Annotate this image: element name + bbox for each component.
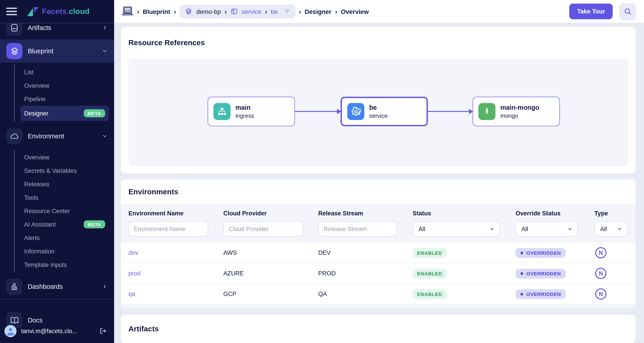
breadcrumb-resource-pill[interactable]: demo-bp › service › be [180,5,295,18]
node-title: main-mongo [500,104,539,111]
breadcrumb-separator: › [137,8,139,15]
page-content: Resource References [114,23,644,343]
status-badge: ENABLED [413,248,447,258]
brand-name: Facets.cloud [42,7,90,16]
svg-text:DEMO: DEMO [124,9,131,12]
sidebar-item-label: Blueprint [28,48,53,55]
sidebar-item-env-releases[interactable]: Releases [20,177,109,191]
release-stream-filter-input[interactable] [318,221,397,236]
sidebar-item-env-tools[interactable]: Tools [20,191,109,204]
brand-logo: Facets.cloud [27,7,98,16]
sidebar-item-env-alerts[interactable]: Alerts [20,231,109,244]
environment-cloud-icon [6,128,22,144]
sidebar-item-env-ai-assistant[interactable]: AI Assistant BETA [20,218,109,231]
sidebar-item-env-overview[interactable]: Overview [20,150,109,164]
node-be-service[interactable]: be service [340,97,428,126]
column-header-status: Status [413,210,516,217]
blueprint-submenu: List Overview Pipeline Designer BETA [14,65,114,122]
sidebar-item-blueprint-overview[interactable]: Overview [20,79,109,92]
app-screen: Facets.cloud Artifacts [0,0,644,343]
table-row[interactable]: qa GCP QA ENABLED OVERRIDDEN N [121,284,636,304]
release-stream-cell: PROD [318,270,413,277]
environment-name-filter-input[interactable] [128,221,208,236]
edge-be-to-mongo [428,111,472,112]
node-title: be [369,104,388,111]
environment-name-link[interactable]: qa [128,291,223,297]
breadcrumb-separator: › [224,8,227,15]
dropdown-triangle-icon[interactable] [284,9,290,14]
sidebar-item-env-template-inputs[interactable]: Template Inputs [20,258,109,271]
breadcrumb-overview[interactable]: Overview [341,8,369,15]
chevron-down-icon [567,226,573,232]
cloud-provider-filter-input[interactable] [223,221,303,236]
take-tour-button[interactable]: Take Tour [570,4,613,19]
blueprint-layers-icon [6,43,22,59]
chevron-down-icon [102,133,108,139]
resource-references-card: Resource References [121,27,636,173]
logout-icon[interactable] [99,327,107,335]
search-button[interactable] [619,3,636,20]
chevron-left-icon [102,25,108,31]
sidebar-item-env-information[interactable]: Information [20,244,109,258]
environments-title: Environments [121,188,636,196]
resource-type-layout-icon [230,8,238,15]
node-subtitle: service [369,112,388,119]
sidebar: Facets.cloud Artifacts [0,0,114,343]
chevron-down-icon [102,48,108,54]
breadcrumb-separator: › [299,8,301,15]
table-row[interactable]: prod AZURE PROD ENABLED OVERRIDDEN N [121,263,636,284]
column-header-type: Type [594,210,628,217]
release-stream-cell: QA [318,291,413,297]
sidebar-item-dashboards[interactable]: Dashboards [0,275,114,298]
column-header-override-status: Override Status [516,210,594,217]
breadcrumb-separator: › [335,8,337,15]
release-stream-cell: DEV [318,249,413,256]
environment-name-link[interactable]: prod [128,270,223,277]
status-filter-select[interactable]: All [413,221,500,236]
sidebar-item-blueprint-list[interactable]: List [20,65,109,79]
breadcrumb-separator: › [265,8,267,15]
sidebar-item-blueprint[interactable]: Blueprint [0,40,114,63]
sidebar-item-blueprint-pipeline[interactable]: Pipeline [20,92,109,106]
chevron-left-icon [102,283,108,290]
mongo-leaf-icon [478,103,496,120]
breadcrumb-blueprint-name[interactable]: demo-bp [196,8,221,15]
environments-card: Environments Environment Name Cloud Prov… [121,180,636,308]
environment-name-link[interactable]: dev [128,249,223,256]
override-status-filter-select[interactable]: All [516,221,578,236]
type-filter-select[interactable]: All [594,221,628,236]
sidebar-item-environment[interactable]: Environment [0,125,114,148]
table-footer-strip [121,304,636,308]
sidebar-item-label: Artifacts [28,24,51,31]
type-badge[interactable]: N [595,288,606,299]
sidebar-user-row[interactable]: tanvi.m@facets.clo... [0,322,114,339]
chevron-down-icon [489,226,495,232]
sidebar-item-env-resource-center[interactable]: Resource Center [20,204,109,218]
node-subtitle: ingress [236,112,254,119]
sitemap-icon [214,103,230,120]
breadcrumb-resource-type[interactable]: service [242,8,261,15]
hamburger-menu-icon[interactable] [6,8,17,15]
sidebar-item-blueprint-designer[interactable]: Designer BETA [20,106,109,121]
node-main-mongo[interactable]: main-mongo mongo [472,97,560,126]
column-header-release-stream: Release Stream [318,210,413,217]
resource-graph-canvas[interactable]: main ingress be ser [128,58,628,166]
table-row[interactable]: dev AWS DEV ENABLED OVERRIDDEN N [121,243,636,263]
breadcrumb-designer[interactable]: Designer [304,8,332,15]
user-email: tanvi.m@facets.clo... [21,327,77,334]
table-header-band: Environment Name Cloud Provider Release … [121,204,636,243]
type-badge[interactable]: N [595,268,606,279]
sidebar-divider [0,299,114,299]
sidebar-item-env-secrets[interactable]: Secrets & Variables [20,164,109,177]
breadcrumb-blueprint[interactable]: Blueprint [143,8,170,15]
sidebar-item-artifacts[interactable]: Artifacts [0,23,114,40]
breadcrumb-resource-name[interactable]: be [271,8,278,15]
dashboards-bar-chart-icon [6,278,22,295]
type-badge[interactable]: N [595,247,606,258]
breadcrumb-separator: › [174,8,176,15]
topbar: DEMO › Blueprint › demo-bp › [114,0,644,23]
column-header-environment-name: Environment Name [128,210,223,217]
node-subtitle: mongo [500,112,539,119]
table-column-headers: Environment Name Cloud Provider Release … [128,210,628,217]
node-main-ingress[interactable]: main ingress [208,97,295,126]
